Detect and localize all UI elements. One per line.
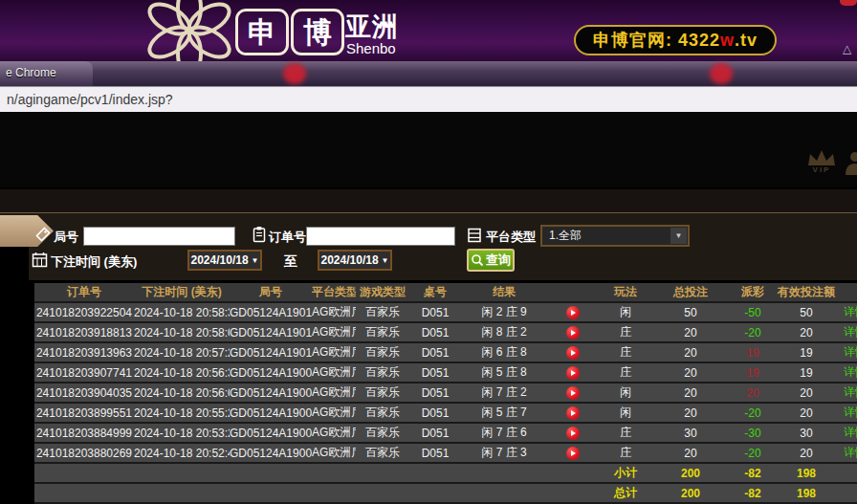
vip-menu-item[interactable]: VIP (804, 148, 839, 174)
date-from-value: 2024/10/18 (191, 253, 249, 267)
chevron-down-icon: ▼ (252, 256, 259, 265)
table-row: 2410182039139632024-10-18 20:57:28GD0512… (34, 342, 857, 362)
cell-play: 庄 (599, 362, 652, 383)
empty-cell (547, 463, 599, 483)
calendar-icon (32, 252, 48, 268)
replay-play-button[interactable] (566, 406, 580, 420)
official-site-pill[interactable]: 申博官网: 4322w.tv (574, 25, 777, 55)
detail-link[interactable]: 详情 (844, 365, 857, 379)
cell-result: 闲 7 庄 3 (461, 443, 547, 463)
detail-link[interactable]: 详情 (844, 405, 857, 419)
empty-cell (836, 483, 857, 503)
table-header-row: 订单号下注时间 (美东)局号平台类型游戏类型桌号结果玩法总投注派彩有效投注额 (34, 283, 857, 302)
cell-detail: 详情 (836, 302, 857, 322)
table-row: 2410182039040352024-10-18 20:56:02GD0512… (34, 383, 857, 403)
empty-cell (356, 463, 409, 483)
cell-order: 241018203904035 (34, 383, 134, 403)
cell-result: 闲 5 庄 8 (461, 362, 547, 383)
cell-payout: -30 (729, 423, 777, 443)
corner-decoration (840, 0, 857, 6)
detail-link[interactable]: 详情 (844, 325, 857, 339)
cell-game: 百家乐 (356, 423, 409, 443)
replay-play-button[interactable] (566, 447, 580, 460)
cell-result: 闲 7 庄 2 (461, 383, 547, 403)
replay-play-button[interactable] (566, 427, 580, 440)
cell-valid: 20 (777, 403, 836, 423)
cell-time: 2024-10-18 20:56:33 (134, 362, 230, 383)
cell-game: 百家乐 (356, 403, 409, 423)
cell-round: GD05124A19012 (230, 302, 312, 322)
cell-game: 百家乐 (356, 302, 409, 322)
detail-link[interactable]: 详情 (844, 446, 857, 459)
chevron-down-icon: ▼ (382, 256, 389, 265)
cell-round: GD05124A1900U (230, 423, 312, 443)
cell-play: 闲 (599, 302, 652, 322)
replay-play-button[interactable] (566, 306, 580, 319)
replay-play-button[interactable] (566, 386, 580, 400)
brand-char-shen: 申 (235, 9, 289, 55)
order-input[interactable] (306, 227, 455, 246)
subtotal-value: -82 (729, 463, 777, 483)
cell-round: GD05124A19011 (230, 322, 312, 342)
cell-payout: 19 (729, 362, 777, 383)
search-button[interactable]: 查询 (467, 249, 515, 272)
table-row: 2410182039225042024-10-18 20:58:39GD0512… (34, 302, 857, 322)
cell-result: 闲 6 庄 8 (461, 342, 547, 362)
cell-play: 庄 (599, 443, 652, 463)
cell-replay (547, 362, 599, 383)
replay-play-button[interactable] (566, 366, 580, 380)
cell-round: GD05124A1900Y (230, 383, 312, 403)
platform-select[interactable]: 1.全部 ▼ (540, 225, 690, 247)
search-icon (471, 253, 484, 267)
cell-time: 2024-10-18 20:52:42 (134, 443, 230, 463)
cell-valid: 19 (777, 362, 836, 383)
url-bar[interactable]: n/agingame/pcv1/index.jsp? (0, 86, 857, 112)
cell-replay (547, 443, 599, 463)
detail-link[interactable]: 详情 (844, 426, 857, 439)
empty-cell (230, 483, 312, 503)
date-to-picker[interactable]: 2024/10/18▼ (318, 250, 392, 271)
round-input[interactable] (83, 227, 235, 246)
cell-play: 庄 (599, 322, 652, 342)
cell-game: 百家乐 (356, 342, 409, 362)
flower-logo-icon (145, 0, 233, 61)
platform-type-label: 平台类型 (486, 229, 536, 246)
subtotal-value: 200 (652, 463, 729, 483)
cell-detail: 详情 (836, 342, 857, 362)
cell-order: 241018203880269 (34, 443, 134, 463)
replay-play-button[interactable] (566, 326, 580, 340)
cell-payout: -50 (729, 302, 777, 322)
cell-payout: 19 (729, 342, 777, 362)
official-site-number: 4322 (678, 31, 720, 51)
detail-link[interactable]: 详情 (844, 345, 857, 359)
cell-total: 20 (652, 443, 729, 463)
empty-cell (409, 483, 461, 503)
grand-total-value: -82 (729, 483, 777, 503)
detail-link[interactable]: 详情 (844, 305, 857, 318)
detail-link[interactable]: 详情 (844, 385, 857, 399)
cell-platform: AG欧洲厅 (312, 383, 356, 403)
cell-total: 20 (652, 403, 729, 423)
cell-game: 百家乐 (356, 362, 409, 383)
cell-total: 30 (652, 423, 729, 443)
column-header: 下注时间 (美东) (134, 283, 230, 302)
replay-play-button[interactable] (566, 346, 580, 360)
order-label: 订单号 (269, 229, 306, 246)
grand-total-value: 200 (652, 483, 729, 503)
empty-cell (547, 483, 599, 503)
empty-cell (134, 463, 230, 483)
cell-payout: -20 (729, 443, 777, 463)
subtotal-row: 小计200-82198 (34, 463, 857, 483)
column-header: 桌号 (409, 283, 461, 302)
cell-result: 闲 7 庄 6 (461, 423, 547, 443)
cell-table_no: D051 (409, 443, 461, 463)
person-icon[interactable] (844, 150, 857, 175)
cell-detail: 详情 (836, 322, 857, 342)
cell-total: 20 (652, 322, 729, 342)
panel-corner-mask (0, 247, 29, 280)
url-text: n/agingame/pcv1/index.jsp? (7, 92, 173, 107)
brand-header: 申 博 亚洲 Shenbo 申博官网: 4322w.tv △ (0, 0, 857, 61)
date-from-picker[interactable]: 2024/10/18▼ (187, 250, 262, 271)
cell-detail: 详情 (836, 403, 857, 423)
cell-play: 闲 (599, 383, 652, 403)
